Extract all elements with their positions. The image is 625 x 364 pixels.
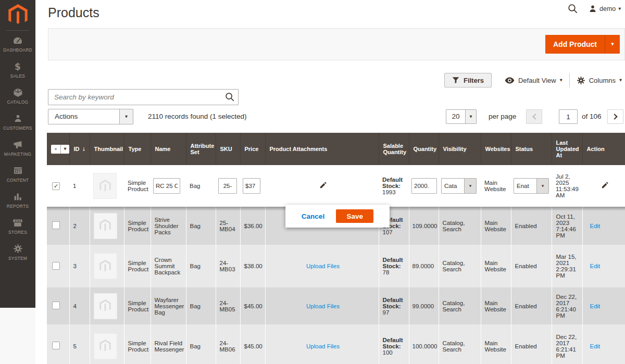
add-product-button[interactable]: Add Product [545, 35, 605, 54]
row-checkbox[interactable] [52, 302, 60, 309]
row-checkbox[interactable] [52, 221, 60, 229]
magento-placeholder-icon [99, 260, 111, 273]
grid-view-controls: Filters Default View ▼ Columns ▼ [444, 72, 622, 88]
column-header-visibility[interactable]: Visibility [439, 133, 481, 165]
cell-type: Simple Product [124, 165, 151, 207]
upload-files-link[interactable]: Upload Files [306, 263, 340, 269]
column-header-price[interactable]: Price [240, 133, 265, 165]
sidebar-item-label: CATALOG [7, 99, 29, 105]
user-menu[interactable]: demo ▼ [589, 5, 621, 13]
chevron-down-icon: ▼ [611, 43, 614, 46]
vertical-divider [569, 73, 570, 87]
sidebar-item-sales[interactable]: $ SALES [0, 57, 35, 83]
name-input[interactable] [153, 178, 180, 194]
edit-link[interactable]: Edit [590, 263, 601, 269]
sidebar-item-system[interactable]: SYSTEM [0, 239, 35, 265]
cell-status: Enabled [511, 245, 552, 287]
status-select[interactable]: Enat▼ [514, 178, 549, 194]
select-all-dropdown[interactable]: ▼ [60, 145, 69, 154]
edit-link[interactable]: Edit [590, 343, 601, 349]
cell-id: 2 [69, 207, 90, 245]
sidebar-item-reports[interactable]: REPORTS [0, 187, 35, 213]
column-header-sku[interactable]: SKU [216, 133, 240, 165]
cell-last-updated: Oct 11, 2023 7:14:46 PM [552, 207, 582, 245]
product-row-3: 3 Simple Product Crown Summit Backpack B… [47, 245, 625, 287]
column-header-type[interactable]: Type [124, 133, 151, 165]
magento-logo[interactable] [0, 0, 35, 26]
quantity-input[interactable] [411, 178, 437, 194]
column-header-id[interactable]: ID↓ [69, 133, 90, 165]
sidebar-item-content[interactable]: CONTENT [0, 161, 35, 187]
cell-type: Simple Product [124, 207, 151, 245]
records-count-text: 2110 records found (1 selected) [148, 112, 247, 120]
row-checkbox-checked[interactable]: ✓ [52, 182, 60, 190]
cell-last-updated: Jul 2, 2025 11:53:49 AM [552, 165, 582, 207]
global-search-button[interactable] [567, 4, 579, 15]
keyword-search-input[interactable] [48, 89, 239, 105]
page-number-input[interactable] [559, 109, 578, 124]
system-icon [13, 244, 23, 254]
column-header-attribute-set[interactable]: Attribute Set [186, 133, 216, 165]
column-header-product-attachments[interactable]: Product Attachments [265, 133, 379, 165]
per-page-label: per page [489, 112, 516, 120]
cell-quantity: 99.0000 [409, 287, 439, 324]
sidebar-item-dashboard[interactable]: DASHBOARD [0, 31, 35, 57]
chevron-down-icon: ▼ [469, 184, 472, 187]
cell-visibility: Catalog, Search [439, 207, 481, 245]
add-product-toggle-button[interactable]: ▼ [605, 35, 620, 54]
actions-dropdown[interactable]: Actions ▼ [48, 109, 133, 124]
column-header-action[interactable]: Action [582, 133, 625, 165]
sidebar-item-stores[interactable]: STORES [0, 213, 35, 239]
cell-id: 4 [69, 287, 90, 324]
cancel-button[interactable]: Cancel [302, 212, 324, 220]
filters-button[interactable]: Filters [444, 73, 492, 87]
product-thumbnail[interactable] [94, 213, 117, 239]
edit-attachments-button[interactable] [319, 181, 327, 191]
next-page-button[interactable] [607, 109, 623, 124]
column-header-name[interactable]: Name [151, 133, 186, 165]
column-header-status[interactable]: Status [511, 133, 552, 165]
product-thumbnail[interactable] [94, 333, 117, 359]
column-header-quantity[interactable]: Quantity [409, 133, 439, 165]
product-thumbnail[interactable] [94, 253, 117, 279]
chevron-down-icon: ▼ [470, 115, 472, 119]
row-checkbox[interactable] [52, 262, 60, 270]
default-view-dropdown[interactable]: Default View ▼ [505, 77, 562, 84]
upload-files-link[interactable]: Upload Files [306, 303, 340, 309]
cell-salable-quantity: Default Stock: 97 [379, 287, 409, 324]
column-header-websites[interactable]: Websites [481, 133, 511, 165]
cell-last-updated: Dec 22, 2017 6:21:40 PM [552, 287, 582, 324]
visibility-select[interactable]: Cata▼ [441, 178, 477, 194]
edit-row-button[interactable] [601, 181, 609, 191]
column-header-salable-quantity[interactable]: Salable Quantity [379, 133, 409, 165]
sku-input[interactable] [218, 178, 237, 194]
keyword-search-button[interactable] [224, 92, 235, 103]
select-all-checkbox[interactable]: - ▼ [51, 145, 69, 154]
product-thumbnail[interactable] [93, 173, 117, 199]
row-checkbox[interactable] [52, 342, 60, 349]
edit-link[interactable]: Edit [590, 303, 601, 309]
sidebar-item-label: CONTENT [7, 178, 29, 183]
keyword-search [48, 89, 239, 105]
product-thumbnail[interactable] [94, 293, 117, 319]
sidebar-item-customers[interactable]: CUSTOMERS [0, 109, 35, 135]
previous-page-button[interactable] [526, 109, 542, 124]
column-header-thumbnail[interactable]: Thumbnail [90, 133, 124, 165]
cell-sku: 24-MB05 [216, 287, 240, 324]
cell-sku: 24-MB06 [216, 324, 240, 364]
sidebar-item-label: STORES [8, 230, 27, 235]
column-header-last-updated[interactable]: Last Updated At [552, 133, 582, 165]
magento-placeholder-icon [99, 219, 111, 232]
cell-websites: Main Website [481, 287, 511, 324]
upload-files-link[interactable]: Upload Files [306, 343, 340, 349]
per-page-dropdown[interactable]: 20 ▼ [446, 109, 477, 124]
sidebar-item-catalog[interactable]: CATALOG [0, 83, 35, 109]
save-button[interactable]: Save [336, 209, 373, 223]
columns-label: Columns [589, 77, 616, 84]
cell-quantity: 100.0000 [409, 324, 439, 364]
chevron-down-icon: ▼ [618, 7, 621, 11]
edit-link[interactable]: Edit [590, 223, 601, 229]
sidebar-item-marketing[interactable]: MARKETING [0, 135, 35, 161]
price-input[interactable] [243, 178, 260, 194]
columns-dropdown[interactable]: Columns ▼ [577, 76, 622, 85]
